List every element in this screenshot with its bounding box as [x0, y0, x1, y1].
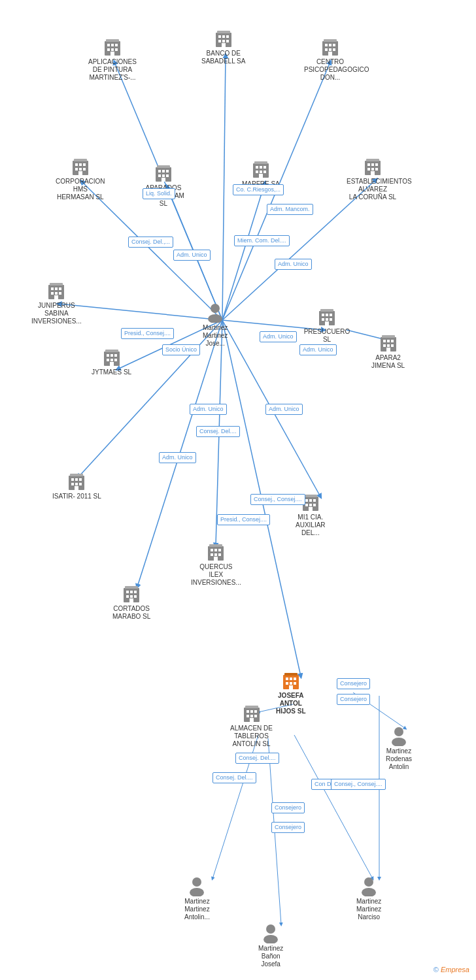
aplicaciones-node[interactable]: APLICACIONES DE PINTURA MARTINEZ'S-...: [88, 36, 137, 82]
svg-rect-80: [371, 163, 374, 166]
role-consejero2: Consejero: [271, 822, 305, 833]
presucuero-label: PRESUCUERO SL: [301, 328, 353, 344]
cortados-node[interactable]: CORTADOS MARABO SL: [112, 583, 150, 621]
building-icon-juniperus: [46, 280, 67, 301]
svg-rect-26: [111, 44, 114, 46]
role-presid2: Presid., Consej....: [217, 514, 270, 525]
juniperus-node[interactable]: JUNIPERUS SABINA INVERSIONES...: [31, 280, 82, 325]
svg-rect-47: [329, 48, 332, 51]
svg-rect-158: [125, 586, 138, 589]
svg-rect-70: [256, 166, 258, 169]
role-socio-unico: Socio Único: [162, 344, 200, 355]
svg-rect-89: [55, 287, 58, 290]
role-adm-mancom: Adm. Mancom.: [267, 204, 313, 215]
svg-point-184: [392, 738, 406, 746]
establecimientos-node[interactable]: ESTABLECIMIENTOS ALVAREZ LA CORUÑA SL: [347, 155, 399, 201]
svg-rect-146: [309, 504, 312, 506]
svg-rect-106: [322, 314, 324, 316]
svg-rect-167: [284, 673, 298, 676]
graph-container: Martinez Martinez Jose... APLICACIONES D…: [0, 0, 476, 980]
svg-rect-174: [254, 715, 257, 717]
person-antolin-node[interactable]: Martinez Martinez Antolin...: [184, 875, 210, 921]
svg-rect-118: [383, 344, 386, 347]
svg-rect-93: [59, 292, 61, 295]
role-adm-unico3: Adm. Unico: [260, 331, 297, 342]
svg-rect-52: [75, 163, 78, 166]
svg-rect-163: [286, 682, 288, 685]
svg-rect-62: [162, 170, 165, 172]
josefa-label: JOSEFA ANTOL HIJOS SL: [276, 692, 306, 715]
svg-rect-152: [130, 591, 133, 593]
svg-rect-100: [107, 359, 109, 361]
svg-rect-27: [115, 44, 118, 46]
svg-rect-41: [217, 31, 230, 33]
svg-rect-84: [375, 168, 378, 171]
svg-line-5: [222, 183, 265, 320]
person-narciso-node[interactable]: Martinez Martinez Narciso: [356, 875, 381, 921]
svg-rect-92: [55, 292, 58, 295]
svg-line-7: [59, 304, 222, 320]
svg-rect-162: [294, 678, 296, 680]
person-josefa-node[interactable]: Martinez Bañon Josefa: [258, 923, 283, 968]
centro-node[interactable]: CENTRO PSICOPEDAGOGICO DON...: [304, 36, 356, 82]
svg-rect-44: [329, 44, 332, 46]
svg-rect-138: [218, 553, 221, 556]
svg-rect-35: [222, 35, 225, 38]
building-icon-almacen: [241, 702, 262, 723]
svg-rect-131: [70, 474, 83, 476]
svg-rect-161: [290, 678, 292, 680]
cortados-label: CORTADOS MARABO SL: [112, 605, 150, 621]
svg-rect-74: [260, 171, 262, 173]
svg-rect-110: [326, 318, 328, 321]
jytmaes-node[interactable]: JYTMAES SL: [92, 346, 131, 376]
building-icon-cortados: [121, 583, 142, 604]
role-consej-del5: Consej. Del....: [212, 772, 256, 783]
svg-rect-91: [51, 292, 54, 295]
corporacion-node[interactable]: CORPORACION HMS HERMASAN SL: [56, 155, 105, 201]
svg-rect-173: [250, 715, 253, 717]
svg-rect-40: [222, 43, 226, 47]
jytmaes-label: JYTMAES SL: [92, 368, 131, 376]
svg-rect-73: [256, 171, 258, 173]
svg-rect-66: [166, 174, 169, 177]
svg-rect-108: [330, 314, 332, 316]
svg-rect-82: [367, 168, 370, 171]
svg-rect-107: [326, 314, 328, 316]
person-rodenas-node[interactable]: Martinez Rodenas Antolin: [386, 725, 412, 771]
svg-rect-59: [74, 159, 87, 161]
svg-rect-140: [209, 544, 222, 547]
josefa-node[interactable]: JOSEFA ANTOL HIJOS SL: [276, 670, 306, 715]
person-icon-antolin: [186, 875, 207, 896]
isatir-node[interactable]: ISATIR- 2011 SL: [52, 470, 101, 500]
svg-rect-144: [313, 499, 316, 502]
apara2-node[interactable]: APARA2 JIMENA SL: [371, 332, 405, 370]
banco-node[interactable]: BANCO DE SABADELL SA: [201, 27, 245, 65]
role-consej5: Consej., Consej....: [331, 779, 386, 790]
quercus-node[interactable]: QUERCUS ILEX INVERSIONES...: [191, 541, 241, 587]
role-consej-del2: Consej. Del....: [196, 426, 240, 437]
centro-label: CENTRO PSICOPEDAGOGICO DON...: [304, 58, 356, 82]
svg-rect-29: [111, 48, 114, 51]
svg-rect-127: [71, 483, 74, 485]
role-adm-unico5: Adm. Unico: [190, 404, 227, 415]
svg-point-180: [264, 935, 278, 943]
quercus-label: QUERCUS ILEX INVERSIONES...: [191, 563, 241, 587]
svg-rect-28: [107, 48, 110, 51]
svg-rect-58: [78, 171, 82, 175]
center-person-node[interactable]: Martinez Martinez Jose...: [203, 302, 228, 348]
svg-rect-165: [294, 682, 296, 685]
antolin-label: Martinez Martinez Antolin...: [184, 898, 210, 921]
svg-rect-88: [51, 287, 54, 290]
presucuero-node[interactable]: PRESUCUERO SL: [301, 306, 353, 344]
svg-rect-71: [260, 166, 262, 169]
aparados-node[interactable]: APARADOS AMSTERDAM SL: [143, 162, 184, 208]
role-consej-del4: Consej. Del....: [235, 753, 279, 764]
svg-rect-166: [289, 685, 293, 689]
svg-rect-95: [50, 283, 63, 286]
building-icon-jytmaes: [101, 346, 122, 367]
almacen-node[interactable]: ALMACEN DE TABLEROS ANTOLIN SL: [230, 702, 273, 748]
svg-point-182: [362, 888, 376, 896]
building-icon-estab: [362, 155, 383, 176]
svg-rect-45: [333, 44, 335, 46]
role-consej1: Consej., Consej....: [250, 494, 305, 505]
